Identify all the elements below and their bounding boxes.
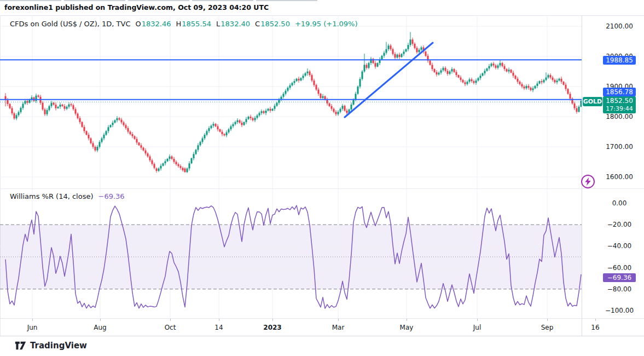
last-price: 1852.50 [603, 96, 636, 105]
wr-tick-label: −80.00 [595, 285, 644, 294]
tradingview-logo[interactable]: TradingView [15, 341, 87, 351]
ohlc-close: C1852.50 [255, 20, 290, 28]
price-tick-label: 2100.00 [595, 22, 644, 31]
indicator-title[interactable]: Williams %R (14, close) [10, 192, 94, 200]
price-badge-resistance: 1988.85 [603, 56, 636, 65]
time-tick-label: Jul [473, 324, 481, 331]
attribution: forexonline1 published on TradingView.co… [4, 3, 269, 12]
wr-tick-label: 0.00 [595, 199, 644, 208]
time-tick-mark [407, 319, 407, 321]
ohlc-low: L1832.40 [216, 20, 250, 28]
time-tick-label: May [400, 324, 414, 331]
wr-value-badge: −69.36 [603, 273, 636, 282]
time-tick-mark [100, 319, 101, 321]
time-tick-label: Mar [332, 324, 345, 331]
chart-legend: CFDs on Gold (US$ / OZ), 1D, TVC O1832.4… [10, 20, 358, 28]
change-value: +19.95 (+1.09%) [295, 20, 358, 28]
time-tick-label: Jun [27, 324, 38, 331]
tradingview-logo-text: TradingView [30, 341, 87, 351]
flash-ideas-button[interactable] [581, 175, 595, 188]
time-tick-mark [170, 319, 171, 321]
price-badge-support: 1856.78 [603, 88, 636, 96]
indicator-legend: Williams %R (14, close) −69.36 [10, 192, 125, 200]
time-tick-mark [32, 319, 33, 321]
last-price-badge: 1852.50 17:39:44 [603, 96, 636, 113]
tradingview-mark-icon [15, 341, 26, 351]
price-chart-svg[interactable] [0, 15, 582, 188]
tradingview-snapshot: forexonline1 published on TradingView.co… [0, 0, 644, 356]
price-tick-label: 1700.00 [595, 142, 644, 151]
wr-tick-label: −100.00 [595, 306, 644, 315]
williams-r-chart-svg[interactable] [0, 189, 582, 318]
time-tick-mark [272, 319, 273, 321]
lightning-bolt-icon [584, 177, 591, 186]
symbol-tag: GOLD [583, 97, 602, 106]
time-tick-label: Sep [541, 324, 554, 331]
wr-tick-label: −40.00 [595, 242, 644, 250]
symbol-title[interactable]: CFDs on Gold (US$ / OZ), 1D, TVC [10, 20, 131, 28]
time-tick-mark [547, 319, 548, 321]
time-tick-label: 14 [214, 324, 223, 331]
time-tick-label: 2023 [263, 324, 281, 331]
ohlc-high: H1855.54 [176, 20, 212, 28]
price-tick-label: 1600.00 [595, 173, 644, 181]
top-crop-line [0, 0, 320, 1]
chart-frame-bottom [0, 336, 644, 336]
time-tick-label: Aug [94, 324, 106, 331]
time-axis[interactable]: JunAugOct142023MarMayJulSep16 [0, 319, 644, 336]
time-tick-mark [477, 319, 478, 321]
ohlc-open: O1832.46 [136, 20, 171, 28]
time-tick-label: Oct [165, 324, 176, 331]
wr-tick-label: −20.00 [595, 220, 644, 229]
price-tick-label: 1800.00 [595, 112, 644, 121]
time-tick-mark [338, 319, 339, 321]
wr-tick-label: −60.00 [595, 263, 644, 272]
time-tick-mark [219, 319, 219, 321]
bar-countdown: 17:39:44 [603, 105, 636, 113]
indicator-value: −69.36 [98, 192, 125, 200]
